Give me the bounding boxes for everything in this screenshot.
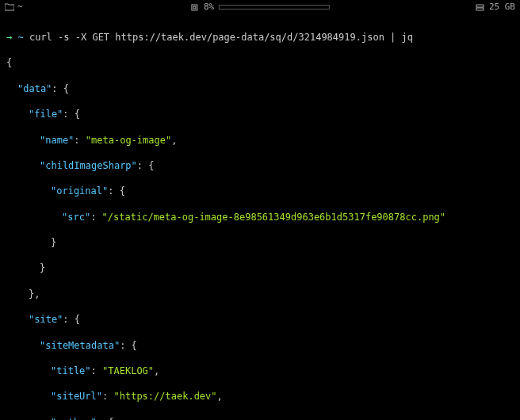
json-line: }: [6, 262, 514, 274]
svg-rect-3: [476, 8, 484, 10]
json-line: "file": {: [6, 108, 514, 120]
json-line: "siteMetadata": {: [6, 339, 514, 352]
prompt-line: → ~ curl -s -X GET https://taek.dev/page…: [6, 31, 514, 44]
command-text: curl -s -X GET https://taek.dev/page-dat…: [29, 32, 413, 43]
cpu-progress: [219, 5, 330, 10]
status-disk: 25 GB: [476, 2, 515, 13]
cpu-pct: 8%: [204, 2, 214, 13]
disk-icon: [476, 3, 484, 12]
prompt-arrow: →: [6, 32, 12, 43]
json-line: },: [6, 288, 514, 300]
json-line: "site": {: [6, 313, 514, 326]
cpu-icon: [190, 3, 199, 12]
svg-rect-0: [192, 5, 197, 10]
cwd-text: ~: [17, 2, 23, 13]
json-line: "author": {: [6, 416, 514, 420]
status-cpu: 8%: [190, 2, 330, 13]
json-line: "data": {: [6, 82, 514, 95]
svg-rect-1: [193, 6, 196, 9]
json-line: }: [6, 236, 514, 249]
json-line: "title": "TAEKLOG",: [6, 365, 514, 377]
json-line: "siteUrl": "https://taek.dev",: [6, 390, 514, 403]
disk-text: 25 GB: [489, 2, 515, 13]
status-bar: ~ 8% 25 GB: [0, 0, 520, 15]
terminal[interactable]: → ~ curl -s -X GET https://taek.dev/page…: [0, 15, 520, 420]
status-cwd: ~: [5, 2, 23, 13]
folder-icon: [5, 3, 14, 11]
json-line: "src": "/static/meta-og-image-8e98561349…: [6, 211, 514, 223]
json-line: "name": "meta-og-image",: [6, 134, 514, 147]
json-line: "original": {: [6, 185, 514, 197]
svg-rect-2: [476, 5, 484, 7]
json-line: {: [6, 56, 514, 69]
prompt-tilde: ~: [17, 32, 23, 43]
json-line: "childImageSharp": {: [6, 159, 514, 172]
